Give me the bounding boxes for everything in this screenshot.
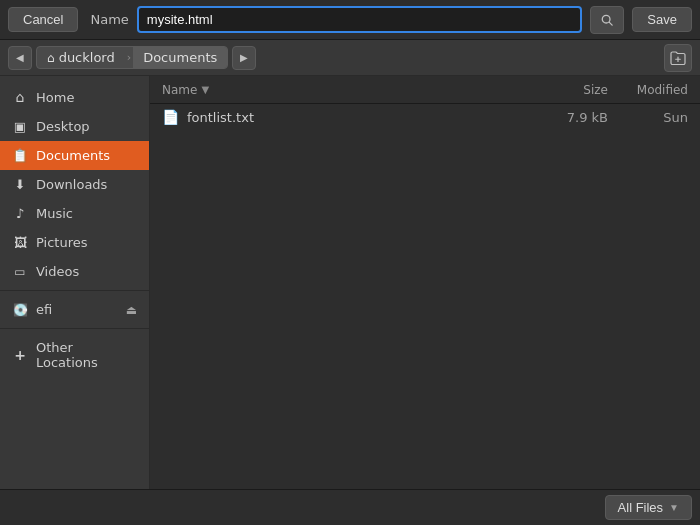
name-label: Name (90, 12, 128, 27)
home-icon: ⌂ (12, 89, 28, 105)
file-area: Name ▼ Size Modified 📄 fontlist.txt 7.9 … (150, 76, 700, 489)
sidebar-item-videos-label: Videos (36, 264, 79, 279)
column-name-label: Name (162, 83, 197, 97)
pictures-icon: 🖼 (12, 235, 28, 250)
column-modified-label: Modified (637, 83, 688, 97)
footer-bar: All Files ▼ (0, 489, 700, 525)
column-size[interactable]: Size (528, 83, 608, 97)
file-filter-button[interactable]: All Files ▼ (605, 495, 692, 520)
sidebar-item-desktop-label: Desktop (36, 119, 90, 134)
eject-icon[interactable]: ⏏ (126, 303, 137, 317)
file-list-header: Name ▼ Size Modified (150, 76, 700, 104)
new-folder-icon (670, 50, 686, 66)
sidebar-item-pictures-label: Pictures (36, 235, 87, 250)
drive-icon: 💽 (12, 303, 28, 317)
efi-left: 💽 efi (12, 302, 52, 317)
sidebar-item-other-locations[interactable]: + Other Locations (0, 333, 149, 377)
sidebar-item-home-label: Home (36, 90, 74, 105)
back-button[interactable]: ◀ (8, 46, 32, 70)
filename-input[interactable] (137, 6, 583, 33)
sidebar-item-documents-label: Documents (36, 148, 110, 163)
column-modified[interactable]: Modified (608, 83, 688, 97)
navigation-bar: ◀ ⌂ ducklord › Documents ▶ (0, 40, 700, 76)
sidebar-item-downloads-label: Downloads (36, 177, 107, 192)
forward-arrow-icon: ▶ (240, 52, 248, 63)
sidebar-item-other-locations-label: Other Locations (36, 340, 137, 370)
other-locations-icon: + (12, 347, 28, 363)
file-filter-label: All Files (618, 500, 664, 515)
sidebar-divider-2 (0, 328, 149, 329)
search-icon (601, 13, 613, 27)
sidebar-item-documents[interactable]: 📋 Documents (0, 141, 149, 170)
sidebar-item-music-label: Music (36, 206, 73, 221)
back-arrow-icon: ◀ (16, 52, 24, 63)
svg-line-1 (610, 22, 613, 25)
file-name: fontlist.txt (187, 110, 528, 125)
sidebar: ⌂ Home ▣ Desktop 📋 Documents ⬇ Downloads… (0, 76, 150, 489)
breadcrumb-documents[interactable]: Documents (133, 47, 227, 68)
home-icon: ⌂ (47, 51, 55, 65)
breadcrumb-home[interactable]: ⌂ ducklord (37, 47, 125, 68)
save-button[interactable]: Save (632, 7, 692, 32)
header-bar: Cancel Name Save (0, 0, 700, 40)
sidebar-item-music[interactable]: ♪ Music (0, 199, 149, 228)
file-list: 📄 fontlist.txt 7.9 kB Sun (150, 104, 700, 489)
videos-icon: ▭ (12, 265, 28, 279)
desktop-icon: ▣ (12, 119, 28, 134)
breadcrumb-documents-label: Documents (143, 50, 217, 65)
column-name[interactable]: Name ▼ (162, 83, 528, 97)
breadcrumb-home-label: ducklord (59, 50, 115, 65)
file-item[interactable]: 📄 fontlist.txt 7.9 kB Sun (150, 104, 700, 130)
breadcrumb-separator: › (125, 51, 133, 64)
new-folder-button[interactable] (664, 44, 692, 72)
sidebar-divider (0, 290, 149, 291)
cancel-button[interactable]: Cancel (8, 7, 78, 32)
music-icon: ♪ (12, 206, 28, 221)
filter-arrow-icon: ▼ (669, 502, 679, 513)
sidebar-item-pictures[interactable]: 🖼 Pictures (0, 228, 149, 257)
sidebar-item-efi[interactable]: 💽 efi ⏏ (0, 295, 149, 324)
sidebar-item-desktop[interactable]: ▣ Desktop (0, 112, 149, 141)
sidebar-item-home[interactable]: ⌂ Home (0, 82, 149, 112)
sort-arrow-icon: ▼ (201, 84, 209, 95)
file-modified: Sun (608, 110, 688, 125)
forward-button[interactable]: ▶ (232, 46, 256, 70)
column-size-label: Size (583, 83, 608, 97)
search-button[interactable] (590, 6, 624, 34)
file-size: 7.9 kB (528, 110, 608, 125)
file-icon: 📄 (162, 109, 179, 125)
sidebar-item-efi-label: efi (36, 302, 52, 317)
breadcrumb: ⌂ ducklord › Documents (36, 46, 228, 69)
downloads-icon: ⬇ (12, 177, 28, 192)
sidebar-item-videos[interactable]: ▭ Videos (0, 257, 149, 286)
sidebar-item-downloads[interactable]: ⬇ Downloads (0, 170, 149, 199)
documents-icon: 📋 (12, 148, 28, 163)
main-area: ⌂ Home ▣ Desktop 📋 Documents ⬇ Downloads… (0, 76, 700, 489)
